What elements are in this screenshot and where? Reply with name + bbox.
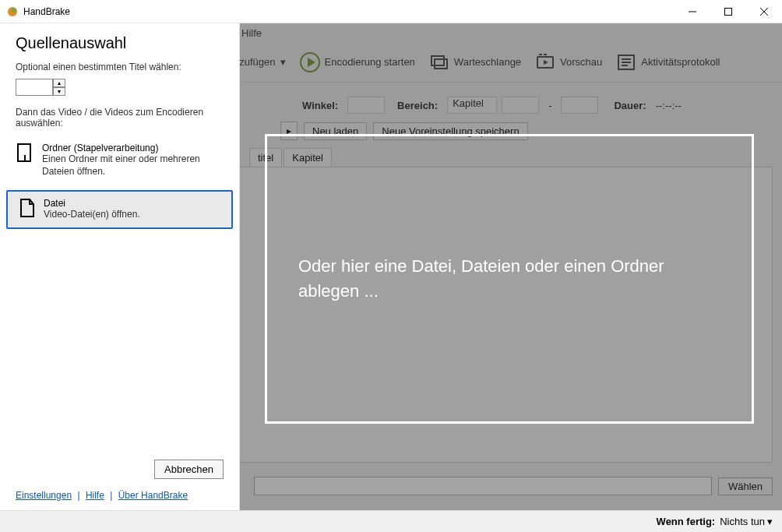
- spin-up-button[interactable]: ▲: [53, 79, 65, 87]
- window-titlebar: HandBrake: [0, 0, 782, 23]
- chevron-down-icon: ▾: [767, 516, 773, 527]
- source-option-file-desc: Video-Datei(en) öffnen.: [44, 209, 140, 221]
- folder-batch-icon: [17, 143, 34, 163]
- drop-zone[interactable]: Oder hier eine Datei, Dateien oder einen…: [265, 134, 754, 424]
- source-selection-panel: Quellenauswahl Optional einen bestimmten…: [0, 23, 240, 510]
- window-title: HandBrake: [23, 6, 675, 17]
- panel-footer: Abbrechen Einstellungen | Hilfe | Über H…: [0, 452, 239, 510]
- source-option-folder-text: Ordner (Stapelverarbeitung) Einen Ordner…: [42, 143, 222, 178]
- drop-zone-text: Oder hier eine Datei, Dateien oder einen…: [298, 254, 720, 304]
- link-about[interactable]: Über HandBrake: [118, 490, 188, 501]
- minimize-button[interactable]: [675, 0, 710, 23]
- source-option-file-title: Datei: [44, 198, 140, 209]
- source-option-folder-desc: Einen Ordner mit einer oder mehreren Dat…: [42, 153, 222, 178]
- panel-hint-select: Dann das Video / die Videos zum Encodier…: [0, 105, 239, 133]
- maximize-button[interactable]: [710, 0, 746, 23]
- when-done-label: Wenn fertig:: [657, 516, 716, 527]
- cancel-button[interactable]: Abbrechen: [154, 460, 224, 479]
- source-option-file-text: Datei Video-Datei(en) öffnen.: [44, 198, 140, 221]
- panel-heading: Quellenauswahl: [0, 23, 239, 60]
- svg-point-1: [12, 8, 16, 12]
- svg-rect-3: [725, 8, 732, 15]
- statusbar: Wenn fertig: Nichts tun ▾: [0, 510, 782, 532]
- link-settings[interactable]: Einstellungen: [16, 490, 72, 501]
- specific-title-spinner[interactable]: ▲ ▼: [16, 79, 239, 96]
- panel-links: Einstellungen | Hilfe | Über HandBrake: [16, 490, 224, 501]
- spinner-buttons: ▲ ▼: [53, 79, 65, 96]
- app-icon: [6, 5, 19, 18]
- file-icon: [19, 198, 36, 218]
- svg-marker-19: [21, 199, 33, 217]
- window-controls: [675, 0, 782, 23]
- link-help[interactable]: Hilfe: [86, 490, 104, 501]
- close-button[interactable]: [746, 0, 782, 23]
- source-option-folder-title: Ordner (Stapelverarbeitung): [42, 143, 222, 153]
- source-option-file[interactable]: Datei Video-Datei(en) öffnen.: [6, 190, 233, 229]
- spin-down-button[interactable]: ▼: [53, 87, 65, 96]
- when-done-dropdown[interactable]: Nichts tun ▾: [720, 516, 773, 527]
- panel-hint-title: Optional einen bestimmten Titel wählen:: [0, 60, 239, 77]
- specific-title-input[interactable]: [16, 79, 53, 96]
- source-option-folder[interactable]: Ordner (Stapelverarbeitung) Einen Ordner…: [6, 136, 233, 184]
- when-done-value: Nichts tun: [720, 516, 765, 527]
